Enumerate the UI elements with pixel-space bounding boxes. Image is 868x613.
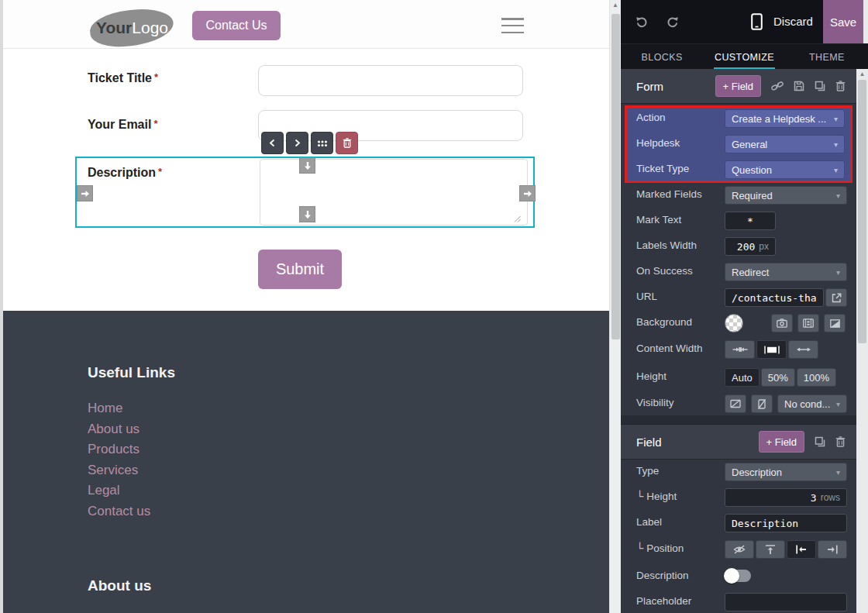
scroll-up-icon[interactable]: ▲: [610, 2, 621, 9]
tab-blocks[interactable]: BLOCKS: [621, 44, 703, 70]
drag-handle-grid-icon[interactable]: [311, 132, 333, 154]
helpdesk-select[interactable]: General▾: [725, 135, 845, 153]
form-section-title: Form: [636, 80, 663, 93]
field-height-input[interactable]: 3rows: [725, 488, 847, 507]
action-select[interactable]: Create a Helpdesk ...▾: [725, 109, 845, 128]
content-width-regular-button[interactable]: [756, 340, 787, 359]
hamburger-menu-icon[interactable]: [501, 18, 524, 33]
move-right-button[interactable]: [286, 132, 308, 154]
extend-right-right-handle[interactable]: [519, 185, 536, 201]
discard-button[interactable]: Discard: [773, 15, 813, 28]
position-hidden-button[interactable]: [725, 540, 754, 559]
height-options: Auto 50% 100%: [725, 368, 849, 387]
duplicate-icon[interactable]: [815, 81, 825, 91]
position-top-button[interactable]: [756, 540, 785, 559]
useful-links-title: Useful Links: [88, 364, 175, 381]
height-auto-button[interactable]: Auto: [725, 368, 760, 387]
trash-icon[interactable]: [835, 436, 846, 447]
extend-down-top-handle[interactable]: [299, 157, 315, 174]
position-left-button[interactable]: [787, 540, 816, 559]
tab-theme[interactable]: THEME: [786, 44, 868, 70]
open-url-button[interactable]: [825, 288, 847, 307]
position-right-button[interactable]: [818, 540, 847, 559]
field-add-field-button[interactable]: + Field: [759, 431, 804, 453]
type-select[interactable]: Description▾: [725, 463, 847, 481]
save-button[interactable]: Save: [823, 0, 863, 43]
duplicate-icon[interactable]: [815, 436, 825, 447]
content-width-row: Content Width: [621, 340, 856, 359]
labels-width-row: Labels Width 200px: [621, 237, 856, 256]
website-preview: YourLogo Contact Us Ticket Title* Your E…: [0, 0, 609, 613]
on-success-select[interactable]: Redirect▾: [725, 263, 847, 281]
on-success-label: On Success: [636, 265, 693, 277]
footer-link-legal[interactable]: Legal: [88, 483, 120, 498]
url-label: URL: [636, 291, 657, 302]
position-label: └ Position: [636, 542, 684, 554]
site-header: YourLogo Contact Us: [3, 0, 609, 49]
extend-down-bottom-handle[interactable]: [299, 206, 315, 222]
preview-scrollbar-thumb[interactable]: [611, 14, 620, 339]
description-label: Description*: [88, 166, 162, 180]
visibility-mobile-button[interactable]: [751, 394, 773, 413]
redo-icon[interactable]: [666, 15, 680, 29]
footer-link-products[interactable]: Products: [88, 442, 140, 457]
labels-width-label: Labels Width: [636, 239, 697, 251]
background-color-swatch[interactable]: [725, 314, 743, 332]
height-50-button[interactable]: 50%: [761, 368, 795, 387]
content-width-small-button[interactable]: [725, 340, 755, 359]
content-width-options: [725, 340, 849, 359]
preview-scrollbar[interactable]: ▲: [609, 0, 621, 613]
footer-link-about[interactable]: About us: [88, 422, 140, 437]
footer-link-services[interactable]: Services: [88, 463, 138, 478]
field-section-title: Field: [636, 436, 662, 449]
scroll-up-icon[interactable]: ▲: [856, 71, 868, 77]
undo-icon[interactable]: [635, 15, 649, 29]
height-label: Height: [636, 370, 666, 382]
panel-scrollbar-thumb[interactable]: [858, 80, 866, 343]
chevron-down-icon: ▾: [836, 268, 840, 277]
rows-unit: rows: [821, 492, 840, 503]
chevron-down-icon: ▾: [834, 166, 838, 174]
visibility-condition-select[interactable]: No cond...▾: [777, 394, 847, 413]
helpdesk-row: Helpdesk General▾: [621, 135, 856, 153]
move-left-button[interactable]: [261, 132, 284, 154]
link-icon[interactable]: [771, 81, 784, 91]
field-label-input[interactable]: Description: [725, 514, 847, 532]
description-toggle[interactable]: [725, 570, 751, 582]
site-logo[interactable]: YourLogo: [88, 5, 175, 50]
corner-glyph: └: [636, 542, 644, 554]
marked-fields-select[interactable]: Required▾: [725, 186, 847, 205]
submit-button[interactable]: Submit: [258, 250, 342, 289]
required-asterisk: *: [153, 118, 157, 129]
background-image-button[interactable]: [771, 314, 793, 332]
chevron-down-icon: ▾: [834, 140, 838, 149]
contact-us-button[interactable]: Contact Us: [192, 11, 281, 40]
add-field-button[interactable]: + Field: [715, 75, 761, 97]
footer-link-contact[interactable]: Contact us: [88, 504, 150, 519]
site-logo-text: YourLogo: [96, 19, 168, 37]
mobile-preview-icon[interactable]: [751, 13, 763, 30]
labels-width-input[interactable]: 200px: [725, 237, 776, 256]
delete-field-button[interactable]: [336, 132, 358, 154]
footer-link-home[interactable]: Home: [88, 401, 122, 416]
content-width-full-button[interactable]: [788, 340, 818, 359]
action-label: Action: [636, 112, 666, 123]
editor-tabs: BLOCKS CUSTOMIZE THEME: [621, 43, 868, 70]
ticket-title-input[interactable]: [258, 65, 523, 96]
tab-customize[interactable]: CUSTOMIZE: [703, 44, 785, 70]
panel-scrollbar[interactable]: ▲: [856, 69, 868, 613]
save-snippet-icon[interactable]: [794, 81, 804, 91]
url-input[interactable]: /contactus-tha: [725, 288, 824, 307]
trash-icon[interactable]: [835, 81, 846, 91]
content-width-label: Content Width: [636, 343, 703, 354]
ticket-type-select[interactable]: Question▾: [725, 160, 845, 179]
placeholder-input[interactable]: [725, 593, 847, 611]
background-video-button[interactable]: [797, 314, 819, 332]
mark-text-input[interactable]: *: [725, 212, 776, 230]
corner-glyph: └: [636, 491, 644, 502]
resize-handle-icon[interactable]: [514, 215, 521, 222]
background-shape-button[interactable]: [824, 314, 846, 332]
visibility-desktop-button[interactable]: [725, 394, 746, 413]
extend-right-left-handle[interactable]: [77, 185, 93, 201]
height-100-button[interactable]: 100%: [797, 368, 836, 387]
